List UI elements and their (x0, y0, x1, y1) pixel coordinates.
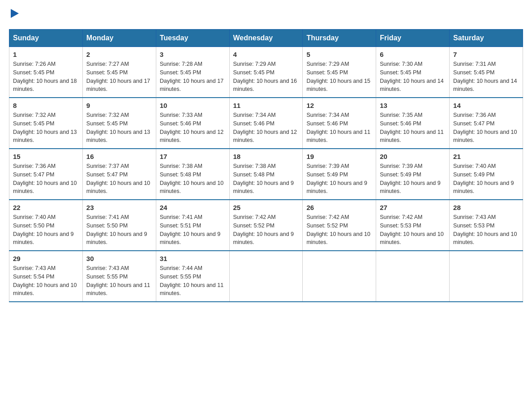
sunset-label: Sunset: 5:47 PM (86, 171, 128, 178)
daylight-label: Daylight: 10 hours and 9 minutes. (233, 231, 294, 246)
logo (9, 9, 19, 20)
day-info: Sunrise: 7:29 AM Sunset: 5:45 PM Dayligh… (233, 60, 299, 94)
day-info: Sunrise: 7:36 AM Sunset: 5:47 PM Dayligh… (13, 162, 79, 196)
day-number: 11 (233, 102, 299, 109)
sunrise-label: Sunrise: 7:38 AM (160, 163, 202, 169)
sunrise-label: Sunrise: 7:39 AM (306, 163, 349, 169)
table-row: 7 Sunrise: 7:31 AM Sunset: 5:45 PM Dayli… (450, 47, 523, 98)
day-number: 1 (13, 51, 79, 58)
sunset-label: Sunset: 5:46 PM (160, 120, 201, 127)
sunrise-label: Sunrise: 7:32 AM (13, 112, 56, 118)
table-row: 19 Sunrise: 7:39 AM Sunset: 5:49 PM Dayl… (303, 149, 376, 200)
table-row: 8 Sunrise: 7:32 AM Sunset: 5:45 PM Dayli… (9, 98, 83, 149)
day-info: Sunrise: 7:30 AM Sunset: 5:45 PM Dayligh… (380, 60, 446, 94)
daylight-label: Daylight: 10 hours and 10 minutes. (380, 231, 443, 246)
sunset-label: Sunset: 5:52 PM (306, 223, 348, 229)
page-header (9, 9, 523, 20)
calendar-header: Sunday Monday Tuesday Wednesday Thursday… (9, 30, 523, 47)
sunrise-label: Sunrise: 7:29 AM (306, 61, 349, 67)
sunset-label: Sunset: 5:45 PM (13, 120, 54, 127)
daylight-label: Daylight: 10 hours and 16 minutes. (233, 78, 297, 93)
day-info: Sunrise: 7:43 AM Sunset: 5:55 PM Dayligh… (86, 264, 152, 298)
sunset-label: Sunset: 5:50 PM (86, 223, 128, 229)
day-info: Sunrise: 7:42 AM Sunset: 5:52 PM Dayligh… (306, 213, 372, 247)
daylight-label: Daylight: 10 hours and 11 minutes. (160, 282, 223, 297)
day-number: 9 (86, 102, 152, 109)
day-info: Sunrise: 7:29 AM Sunset: 5:45 PM Dayligh… (306, 60, 372, 94)
sunrise-label: Sunrise: 7:40 AM (453, 163, 496, 169)
table-row: 9 Sunrise: 7:32 AM Sunset: 5:45 PM Dayli… (82, 98, 156, 149)
table-row: 16 Sunrise: 7:37 AM Sunset: 5:47 PM Dayl… (82, 149, 156, 200)
day-info: Sunrise: 7:37 AM Sunset: 5:47 PM Dayligh… (86, 162, 152, 196)
day-info: Sunrise: 7:44 AM Sunset: 5:55 PM Dayligh… (160, 264, 226, 298)
daylight-label: Daylight: 10 hours and 12 minutes. (233, 129, 297, 144)
daylight-label: Daylight: 10 hours and 10 minutes. (306, 231, 370, 246)
table-row (303, 251, 376, 302)
calendar-week-1: 1 Sunrise: 7:26 AM Sunset: 5:45 PM Dayli… (9, 47, 523, 98)
calendar-week-4: 22 Sunrise: 7:40 AM Sunset: 5:50 PM Dayl… (9, 200, 523, 251)
day-info: Sunrise: 7:40 AM Sunset: 5:50 PM Dayligh… (13, 213, 79, 247)
day-number: 8 (13, 102, 79, 109)
sunrise-label: Sunrise: 7:39 AM (380, 163, 422, 169)
sunrise-label: Sunrise: 7:35 AM (380, 112, 422, 118)
daylight-label: Daylight: 10 hours and 15 minutes. (306, 78, 370, 93)
daylight-label: Daylight: 10 hours and 10 minutes. (86, 180, 150, 195)
day-info: Sunrise: 7:28 AM Sunset: 5:45 PM Dayligh… (160, 60, 226, 94)
sunrise-label: Sunrise: 7:42 AM (233, 214, 276, 220)
sunrise-label: Sunrise: 7:38 AM (233, 163, 276, 169)
sunrise-label: Sunrise: 7:31 AM (453, 61, 496, 67)
col-monday: Monday (82, 30, 156, 47)
table-row: 17 Sunrise: 7:38 AM Sunset: 5:48 PM Dayl… (156, 149, 229, 200)
day-info: Sunrise: 7:32 AM Sunset: 5:45 PM Dayligh… (86, 111, 152, 145)
day-info: Sunrise: 7:42 AM Sunset: 5:53 PM Dayligh… (380, 213, 446, 247)
day-info: Sunrise: 7:38 AM Sunset: 5:48 PM Dayligh… (160, 162, 226, 196)
sunrise-label: Sunrise: 7:33 AM (160, 112, 202, 118)
daylight-label: Daylight: 10 hours and 9 minutes. (13, 231, 74, 246)
day-number: 13 (380, 102, 446, 109)
header-row: Sunday Monday Tuesday Wednesday Thursday… (9, 30, 523, 47)
day-number: 15 (13, 153, 79, 160)
calendar-week-3: 15 Sunrise: 7:36 AM Sunset: 5:47 PM Dayl… (9, 149, 523, 200)
day-number: 14 (453, 102, 519, 109)
svg-marker-0 (11, 9, 19, 18)
sunset-label: Sunset: 5:50 PM (13, 223, 54, 229)
sunrise-label: Sunrise: 7:26 AM (13, 61, 56, 67)
sunset-label: Sunset: 5:51 PM (160, 223, 201, 229)
daylight-label: Daylight: 10 hours and 14 minutes. (453, 78, 517, 93)
col-saturday: Saturday (450, 30, 523, 47)
day-number: 3 (160, 51, 226, 58)
sunrise-label: Sunrise: 7:29 AM (233, 61, 276, 67)
day-number: 6 (380, 51, 446, 58)
sunset-label: Sunset: 5:45 PM (86, 69, 128, 76)
daylight-label: Daylight: 10 hours and 9 minutes. (86, 231, 147, 246)
day-info: Sunrise: 7:34 AM Sunset: 5:46 PM Dayligh… (306, 111, 372, 145)
day-number: 5 (306, 51, 372, 58)
sunrise-label: Sunrise: 7:37 AM (86, 163, 129, 169)
table-row: 2 Sunrise: 7:27 AM Sunset: 5:45 PM Dayli… (82, 47, 156, 98)
calendar-table: Sunday Monday Tuesday Wednesday Thursday… (9, 29, 523, 302)
day-info: Sunrise: 7:39 AM Sunset: 5:49 PM Dayligh… (306, 162, 372, 196)
day-info: Sunrise: 7:40 AM Sunset: 5:49 PM Dayligh… (453, 162, 519, 196)
sunset-label: Sunset: 5:45 PM (86, 120, 128, 127)
daylight-label: Daylight: 10 hours and 17 minutes. (160, 78, 223, 93)
daylight-label: Daylight: 10 hours and 10 minutes. (453, 129, 517, 144)
table-row: 27 Sunrise: 7:42 AM Sunset: 5:53 PM Dayl… (376, 200, 450, 251)
table-row: 11 Sunrise: 7:34 AM Sunset: 5:46 PM Dayl… (229, 98, 303, 149)
sunrise-label: Sunrise: 7:28 AM (160, 61, 202, 67)
table-row: 21 Sunrise: 7:40 AM Sunset: 5:49 PM Dayl… (450, 149, 523, 200)
sunrise-label: Sunrise: 7:44 AM (160, 265, 202, 271)
table-row: 24 Sunrise: 7:41 AM Sunset: 5:51 PM Dayl… (156, 200, 229, 251)
sunset-label: Sunset: 5:48 PM (160, 171, 201, 178)
day-number: 4 (233, 51, 299, 58)
sunset-label: Sunset: 5:46 PM (306, 120, 348, 127)
day-number: 22 (13, 204, 79, 211)
sunset-label: Sunset: 5:47 PM (453, 120, 494, 127)
sunset-label: Sunset: 5:45 PM (453, 69, 494, 76)
daylight-label: Daylight: 10 hours and 12 minutes. (160, 129, 223, 144)
day-number: 2 (86, 51, 152, 58)
sunset-label: Sunset: 5:46 PM (233, 120, 275, 127)
calendar-week-5: 29 Sunrise: 7:43 AM Sunset: 5:54 PM Dayl… (9, 251, 523, 302)
sunrise-label: Sunrise: 7:43 AM (86, 265, 129, 271)
daylight-label: Daylight: 10 hours and 11 minutes. (380, 129, 443, 144)
sunrise-label: Sunrise: 7:34 AM (306, 112, 349, 118)
